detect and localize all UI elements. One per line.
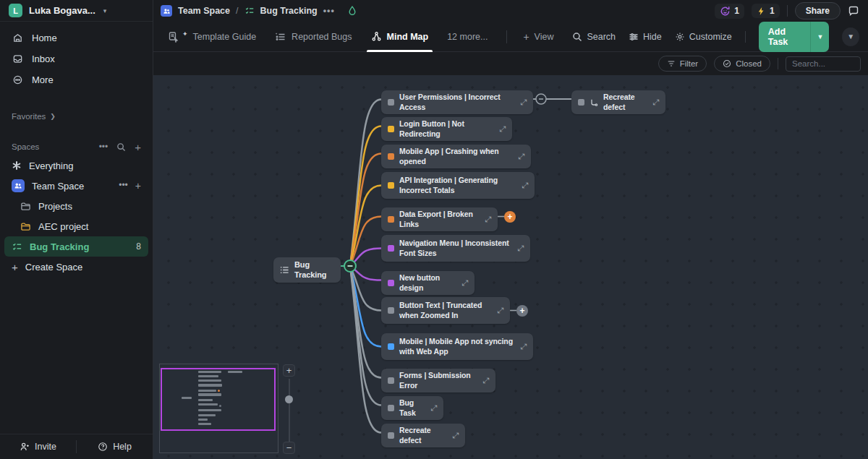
- mindmap-task-node[interactable]: Login Button | Not Redirecting⤢: [381, 117, 512, 141]
- filter-button[interactable]: Filter: [658, 56, 707, 72]
- mindmap-task-node[interactable]: Mobile App | Crashing when opened⤢: [381, 145, 531, 168]
- canvas-search-input[interactable]: [786, 56, 861, 72]
- customize-button[interactable]: Customize: [675, 32, 732, 42]
- plus-icon: +: [523, 31, 529, 43]
- sidebar-item-more[interactable]: More: [4, 69, 148, 90]
- expand-task-icon[interactable]: ⤢: [452, 430, 459, 440]
- mindmap-task-node[interactable]: Recreate defect⤢: [381, 424, 465, 447]
- team-space-icon: [12, 179, 25, 192]
- ellipsis-icon[interactable]: •••: [119, 180, 128, 192]
- sidebar-item-everything[interactable]: Everything: [4, 155, 148, 176]
- workspace-switcher[interactable]: L Luka Bogava... ▾: [0, 0, 153, 22]
- mindmap-task-node[interactable]: API Integration | Generating Incorrect T…: [381, 172, 535, 199]
- mindmap-task-node[interactable]: User Permissions | Incorrect Access⤢: [381, 90, 533, 114]
- search-button[interactable]: Search: [572, 32, 616, 42]
- mindmap-task-node[interactable]: Recreate defect⤢: [571, 90, 665, 114]
- zoom-slider-handle[interactable]: [285, 395, 293, 403]
- expand-task-icon[interactable]: ⤢: [520, 341, 527, 351]
- ellipsis-icon[interactable]: •••: [99, 142, 109, 152]
- tab-reported-bugs[interactable]: Reported Bugs: [275, 22, 352, 52]
- expand-task-icon[interactable]: ⤢: [652, 97, 659, 107]
- add-task-caret[interactable]: ▼: [810, 22, 829, 52]
- hide-button[interactable]: Hide: [629, 32, 662, 42]
- add-task-button[interactable]: Add Task ▼: [759, 22, 830, 52]
- add-subtask-button[interactable]: +: [504, 211, 516, 223]
- minimap-viewport[interactable]: [161, 368, 276, 431]
- collapse-header-button[interactable]: ▼: [842, 27, 859, 46]
- expand-task-icon[interactable]: ⤢: [497, 305, 503, 315]
- expand-task-icon[interactable]: ⤢: [517, 243, 524, 253]
- mindmap-root-node[interactable]: Bug Tracking: [273, 257, 341, 283]
- status-square-icon: [388, 182, 394, 189]
- expand-task-icon[interactable]: ⤢: [430, 403, 437, 413]
- pulse-indicator[interactable]: 1: [715, 4, 744, 19]
- zoom-track[interactable]: [289, 379, 290, 442]
- funnel-icon: [667, 59, 676, 68]
- plus-icon[interactable]: +: [135, 180, 141, 192]
- search-icon[interactable]: [116, 142, 126, 152]
- droplet-icon[interactable]: [346, 5, 358, 17]
- expand-task-icon[interactable]: ⤢: [461, 278, 468, 288]
- expand-task-icon[interactable]: ⤢: [522, 180, 528, 190]
- sidebar-item-label: Everything: [29, 160, 73, 171]
- minimap[interactable]: [159, 364, 278, 453]
- tab-label: Mind Map: [387, 32, 429, 42]
- share-button[interactable]: Share: [795, 2, 841, 20]
- sidebar-item-label: Home: [32, 33, 57, 43]
- mindmap-task-node[interactable]: Button Text | Truncated when Zoomed In⤢: [381, 297, 510, 324]
- tab-more-views[interactable]: 12 more...: [447, 22, 488, 52]
- sidebar-item-bug-tracking[interactable]: Bug Tracking 8: [4, 236, 148, 257]
- sidebar-item-label: More: [32, 74, 54, 85]
- mindmap-task-node[interactable]: New button design⤢: [381, 271, 475, 295]
- more-options-icon[interactable]: •••: [323, 6, 335, 16]
- breadcrumb-list[interactable]: Bug Tracking: [260, 6, 318, 16]
- sidebar-item-aec-project[interactable]: AEC project: [4, 216, 148, 236]
- filter-strip: Filter Closed: [153, 52, 868, 75]
- mindmap-task-node[interactable]: Mobile | Mobile App not syncing with Web…: [381, 333, 533, 360]
- mindmap-task-node[interactable]: Forms | Submission Error⤢: [381, 369, 495, 392]
- help-label: Help: [113, 442, 132, 452]
- mindmap-task-node[interactable]: Data Export | Broken Links⤢: [381, 207, 498, 231]
- expand-task-icon[interactable]: ⤢: [520, 97, 527, 107]
- mindmap-task-node[interactable]: Bug Task⤢: [381, 396, 443, 420]
- checklist-icon: [244, 6, 255, 16]
- check-circle-icon: [723, 59, 731, 68]
- zoom-out-button[interactable]: −: [283, 442, 295, 454]
- add-subtask-button[interactable]: +: [516, 305, 528, 317]
- team-space-icon[interactable]: [161, 5, 172, 17]
- sidebar-item-label: Team Space: [32, 181, 84, 192]
- expand-task-icon[interactable]: ⤢: [485, 214, 491, 224]
- folder-icon: [20, 201, 31, 212]
- tab-template-guide[interactable]: ✦ Template Guide: [168, 22, 256, 52]
- add-view-button[interactable]: + View: [523, 22, 553, 52]
- sidebar-item-inbox[interactable]: Inbox: [4, 48, 148, 69]
- link-collapse-toggle[interactable]: [536, 94, 546, 104]
- plus-icon[interactable]: +: [135, 141, 141, 153]
- task-node-label: Bug Tracking: [294, 259, 334, 280]
- closed-label: Closed: [736, 59, 762, 68]
- zoom-in-button[interactable]: +: [283, 364, 295, 377]
- add-task-label: Add Task: [759, 22, 811, 52]
- expand-task-icon[interactable]: ⤢: [482, 375, 489, 385]
- search-label: Search: [587, 32, 616, 42]
- tab-mind-map[interactable]: Mind Map: [371, 22, 429, 52]
- invite-button[interactable]: Invite: [0, 442, 76, 452]
- create-space-button[interactable]: + Create Space: [4, 257, 148, 277]
- expand-task-icon[interactable]: ⤢: [499, 124, 506, 134]
- chat-icon[interactable]: [848, 5, 859, 17]
- sidebar-item-team-space[interactable]: Team Space •••+: [4, 176, 148, 196]
- automations-indicator[interactable]: 1: [752, 4, 780, 18]
- breadcrumb-space[interactable]: Team Space: [178, 6, 230, 16]
- bolt-count: 1: [770, 6, 775, 16]
- workspace-name: Luka Bogava...: [29, 5, 95, 16]
- expand-task-icon[interactable]: ⤢: [518, 151, 524, 161]
- root-collapse-toggle[interactable]: [344, 260, 356, 272]
- sidebar-item-projects[interactable]: Projects: [4, 196, 148, 216]
- favorites-section[interactable]: Favorites ❯: [0, 108, 153, 125]
- closed-button[interactable]: Closed: [714, 56, 770, 72]
- status-square-icon: [578, 99, 584, 106]
- help-button[interactable]: Help: [77, 442, 153, 452]
- mindmap-task-node[interactable]: Navigation Menu | Inconsistent Font Size…: [381, 235, 530, 262]
- top-header: Team Space / Bug Tracking ••• 1 1 Share: [153, 0, 868, 22]
- sidebar-item-home[interactable]: Home: [4, 27, 148, 48]
